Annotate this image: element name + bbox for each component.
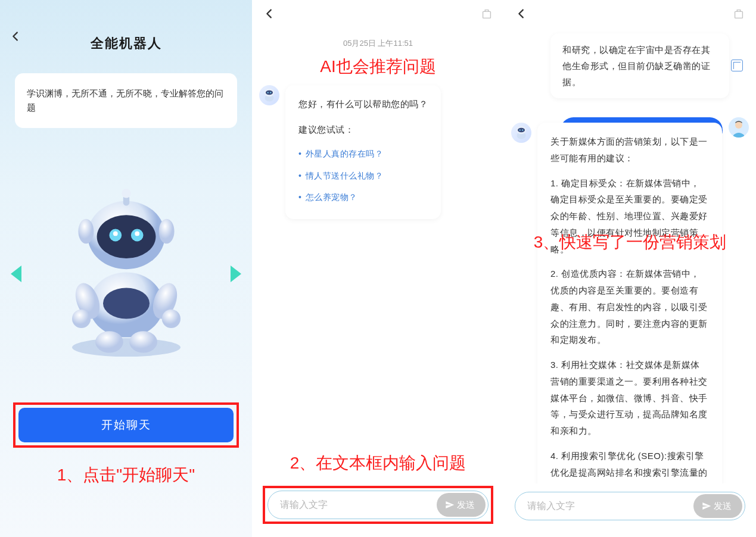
send-button[interactable]: 发送 (693, 494, 742, 518)
svg-rect-19 (483, 11, 491, 18)
svg-point-24 (270, 92, 271, 93)
annotation-step3: 3、快速写了一份营销策划 (504, 231, 756, 254)
send-icon (445, 500, 455, 510)
svg-point-8 (135, 232, 139, 236)
svg-rect-25 (735, 11, 743, 18)
suggestion-item[interactable]: 外星人真的存在吗？ (298, 143, 428, 165)
input-bar: 发送 (515, 492, 745, 520)
greeting-text: 您好，有什么可以帮助您的吗？ (298, 96, 428, 113)
svg-point-22 (266, 90, 273, 95)
back-button[interactable] (9, 30, 22, 45)
send-label: 发送 (457, 499, 475, 511)
bot-message-bubble: 和研究，以确定在宇宙中是否存在其他生命形式，但目前仍缺乏确凿的证据。 (550, 33, 729, 98)
reply-item: 2. 创造优质内容：在新媒体营销中，优质的内容是至关重要的。要创造有趣、有用、有… (550, 266, 709, 348)
robot-image (37, 176, 216, 372)
chevron-left-icon (9, 30, 22, 43)
svg-point-30 (518, 128, 525, 133)
chevron-left-icon (263, 7, 276, 20)
annotation-step1: 1、点击"开始聊天" (0, 464, 252, 486)
svg-point-31 (519, 129, 521, 130)
svg-point-15 (72, 310, 91, 328)
bot-message-row: 和研究，以确定在宇宙中是否存在其他生命形式，但目前仍缺乏确凿的证据。 (504, 30, 756, 102)
carousel-prev[interactable] (11, 266, 21, 282)
robot-icon (512, 124, 530, 142)
box-icon (732, 7, 745, 20)
svg-point-4 (97, 215, 155, 258)
svg-point-10 (122, 189, 131, 198)
header (252, 0, 504, 30)
svg-point-16 (161, 310, 180, 328)
bot-avatar (259, 85, 279, 105)
send-label: 发送 (714, 501, 732, 512)
message-input[interactable] (515, 501, 693, 511)
suggest-title: 建议您试试： (298, 121, 428, 139)
reply-item: 4. 利用搜索引擎优化 (SEO):搜索引擎优化是提高网站排名和搜索引擎流量的重… (550, 448, 709, 483)
box-icon (480, 7, 493, 20)
header (504, 0, 756, 30)
svg-point-18 (129, 331, 157, 352)
send-icon (702, 501, 711, 511)
back-button[interactable] (515, 7, 528, 23)
reply-intro: 关于新媒体方面的营销策划，以下是一些可能有用的建议： (550, 133, 709, 167)
input-highlight: 发送 (263, 486, 493, 524)
annotation-step2: 2、在文本框内输入问题 (252, 452, 504, 474)
copy-icon[interactable] (731, 60, 743, 71)
svg-point-32 (522, 129, 523, 130)
triangle-right-icon (231, 266, 241, 282)
panel-chat-empty: 05月25日 上午11:51 AI也会推荐问题 您好，有什么可以帮助您的吗？ 建… (252, 0, 504, 537)
svg-point-12 (158, 219, 174, 244)
bot-message-row: 关于新媒体方面的营销策划，以下是一些可能有用的建议： 1. 确定目标受众：在新媒… (504, 119, 756, 483)
panel-chat-conversation: 和研究，以确定在宇宙中是否存在其他生命形式，但目前仍缺乏确凿的证据。 给一份关于… (504, 0, 756, 537)
svg-point-2 (103, 288, 150, 319)
input-area: 发送 (515, 492, 745, 520)
suggestion-list: 外星人真的存在吗？ 情人节送什么礼物？ 怎么养宠物？ (298, 143, 428, 208)
timestamp: 05月25日 上午11:51 (252, 30, 504, 54)
suggestion-item[interactable]: 怎么养宠物？ (298, 186, 428, 208)
description-card: 学识渊博，无所不通，无所不晓，专业解答您的问题 (15, 73, 237, 128)
annotation-suggest: AI也会推荐问题 (252, 54, 504, 82)
bot-message-bubble: 您好，有什么可以帮助您的吗？ 建议您试试： 外星人真的存在吗？ 情人节送什么礼物… (285, 85, 441, 219)
bot-message-row: 您好，有什么可以帮助您的吗？ 建议您试试： 外星人真的存在吗？ 情人节送什么礼物… (252, 82, 504, 223)
svg-point-23 (267, 92, 269, 93)
input-bar: 发送 (267, 491, 489, 519)
svg-point-7 (113, 232, 117, 236)
header-action-button[interactable] (480, 7, 493, 23)
chat-scroll-area[interactable]: 关于新媒体方面的营销策划，以下是一些可能有用的建议： 1. 确定目标受众：在新媒… (504, 119, 756, 483)
header-action-button[interactable] (732, 7, 745, 23)
start-chat-button[interactable]: 开始聊天 (18, 408, 234, 442)
back-button[interactable] (263, 7, 276, 23)
suggestion-item[interactable]: 情人节送什么礼物？ (298, 165, 428, 187)
chevron-left-icon (515, 7, 528, 20)
page-title: 全能机器人 (0, 0, 252, 52)
start-button-highlight: 开始聊天 (13, 402, 239, 448)
bot-avatar (511, 123, 531, 143)
svg-point-0 (72, 338, 181, 357)
bot-message-bubble: 关于新媒体方面的营销策划，以下是一些可能有用的建议： 1. 确定目标受众：在新媒… (537, 123, 722, 483)
robot-carousel (0, 167, 252, 381)
robot-icon (260, 86, 278, 104)
carousel-next[interactable] (231, 266, 241, 282)
svg-point-11 (78, 219, 94, 244)
send-button[interactable]: 发送 (437, 493, 486, 517)
panel-intro: 全能机器人 学识渊博，无所不通，无所不晓，专业解答您的问题 (0, 0, 252, 537)
message-input[interactable] (268, 499, 437, 510)
svg-point-17 (95, 331, 123, 352)
reply-item: 3. 利用社交媒体：社交媒体是新媒体营销的重要渠道之一。要利用各种社交媒体平台，… (550, 357, 709, 439)
triangle-left-icon (11, 266, 21, 282)
